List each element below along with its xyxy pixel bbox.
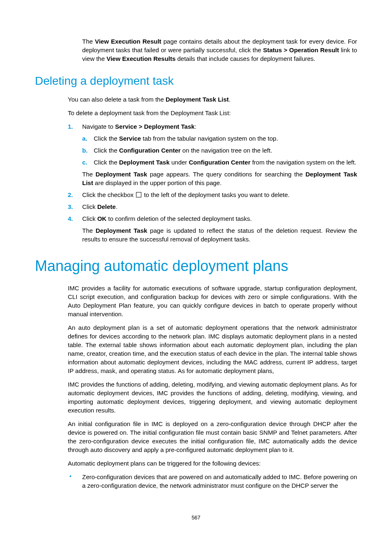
substep-marker: a. [82,134,88,143]
text: are displayed in the upper portion of th… [93,179,222,186]
paragraph: IMC provides the functions of adding, de… [68,380,357,415]
heading-deleting-task: Deleting a deployment task [35,74,357,88]
text: tab from the tabular navigation system o… [141,135,278,142]
paragraph: Automatic deployment plans can be trigge… [68,459,357,468]
text: under [170,159,189,166]
text-bold: Service > Deployment Task [115,123,195,130]
list-item: Zero-configuration devices that are powe… [68,473,357,490]
text: Click the checkbox [82,191,135,198]
substep-a: a. Click the Service tab from the tabula… [82,134,357,143]
text: on the navigation tree on the left. [181,147,272,154]
step-marker: 1. [68,122,73,131]
intro-paragraph: The View Execution Result page contains … [82,37,357,63]
text-bold: View Execution Results [106,55,175,62]
heading-managing-plans: Managing automatic deployment plans [35,257,357,275]
bullet-list: Zero-configuration devices that are powe… [68,473,357,490]
text-bold: Configuration Center [119,147,181,154]
substep-marker: b. [82,146,88,155]
text-bold: Deployment Task [96,227,148,234]
text: You can also delete a task from the [68,96,166,103]
step-4: 4. Click OK to confirm deletion of the s… [68,214,357,243]
paragraph: To delete a deployment task from the Dep… [68,109,357,117]
substep-c: c. Click the Deployment Task under Confi… [82,158,357,167]
text: Click the [94,135,119,142]
text: : [195,123,196,130]
text-bold: Deployment Task List [166,96,229,103]
paragraph: An initial configuration file in IMC is … [68,419,357,454]
step-3: 3. Click Delete. [68,202,357,211]
paragraph: IMC provides a facility for automatic ex… [68,284,357,318]
step-marker: 4. [68,214,73,223]
text: Click [82,203,97,210]
text-bold: Configuration Center [189,159,250,166]
paragraph: The Deployment Task page appears. The qu… [82,170,357,187]
substep-b: b. Click the Configuration Center on the… [82,146,357,155]
text: Navigate to [82,123,115,130]
page: The View Execution Result page contains … [0,0,392,533]
step-marker: 2. [68,190,73,199]
text-bold: Service [119,135,141,142]
text: page appears. The query conditions for s… [147,171,305,178]
text: The [82,227,96,234]
text-bold: Deployment Task [119,159,170,166]
text-bold: OK [97,215,107,222]
text: to confirm deletion of the selected depl… [106,215,252,222]
text: . [229,96,231,103]
text: from the navigation system on the left. [250,159,356,166]
step-marker: 3. [68,202,73,211]
text-bold: View Execution Result [95,38,161,45]
step-1: 1. Navigate to Service > Deployment Task… [68,122,357,187]
text: Click the [94,159,119,166]
substep-marker: c. [82,158,88,167]
text: . [116,203,118,210]
text-bold: Status > Operation Result [263,46,339,53]
text: details that include causes for deployme… [175,55,315,62]
page-number: 567 [35,514,357,521]
ordered-steps: 1. Navigate to Service > Deployment Task… [68,122,357,243]
step-2: 2. Click the checkbox to the left of the… [68,190,357,199]
paragraph: An auto deployment plan is a set of auto… [68,323,357,375]
text: The [82,38,95,45]
substeps: a. Click the Service tab from the tabula… [82,134,357,167]
text: to the left of the deployment tasks you … [142,191,290,198]
checkbox-icon [136,192,141,197]
text-bold: Delete [97,203,116,210]
text: Click [82,215,97,222]
text-bold: Deployment Task [95,171,147,178]
paragraph: The Deployment Task page is updated to r… [82,226,357,243]
text: Click the [94,147,119,154]
text: The [82,171,95,178]
paragraph: You can also delete a task from the Depl… [68,95,357,104]
